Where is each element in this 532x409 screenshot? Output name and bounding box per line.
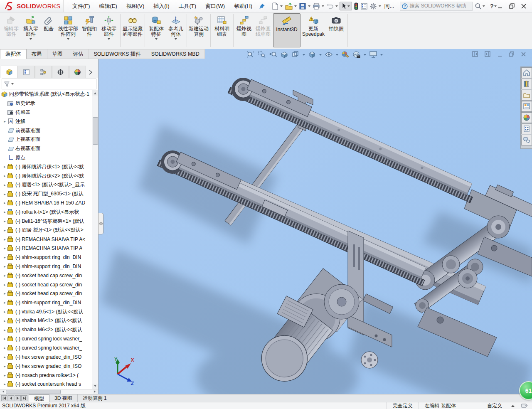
rebuild-button[interactable] (353, 2, 359, 11)
dropdown-caret-icon[interactable] (294, 5, 297, 8)
restore-document-icon[interactable] (509, 51, 515, 57)
command-tab[interactable]: 评估 (68, 49, 89, 59)
tree-item[interactable]: ▸ (-) nosach predna rolka<1> ( (0, 371, 92, 380)
pin-menu-icon[interactable] (259, 3, 265, 10)
tree-horizontal-scrollbar[interactable] (0, 389, 98, 394)
menu-item[interactable]: 工具(T) (174, 0, 201, 12)
help-menu[interactable]: ? (490, 2, 494, 10)
expand-arrow-icon[interactable]: ▸ (2, 210, 7, 214)
expand-arrow-icon[interactable]: ▸ (2, 273, 7, 278)
tree-item[interactable]: ▸ (-) 屠闲缆诉吕倮<2> (默认<<默 (0, 171, 92, 180)
panel-tabs-chevron-icon[interactable] (89, 69, 93, 75)
search-icon[interactable] (474, 2, 482, 10)
tree-item[interactable]: ▸ (-) 疫宋 死门型_6305<1> (默认 (0, 190, 92, 199)
configuration-manager-tab[interactable] (35, 66, 52, 78)
minimize-icon[interactable] (498, 4, 502, 9)
next-tab-button[interactable] (15, 395, 21, 401)
linear-component-pattern-button[interactable]: 线性零部件阵列 (57, 13, 80, 47)
expand-arrow-icon[interactable]: ▸ (2, 310, 7, 314)
expand-arrow-icon[interactable]: ▸ (2, 201, 7, 205)
dropdown-caret-icon[interactable] (155, 38, 158, 41)
expand-arrow-icon[interactable]: ▸ (2, 319, 7, 323)
dimxpert-manager-tab[interactable] (52, 66, 69, 78)
scroll-left-button[interactable] (0, 389, 5, 394)
assembly-3d-model[interactable] (99, 49, 532, 394)
exploded-view-button[interactable]: 爆炸视图 (235, 13, 253, 47)
expand-arrow-icon[interactable]: ▸ (2, 192, 7, 196)
tree-item[interactable]: ▸ (-) curved spring lock washer_ (0, 343, 92, 352)
tree-item[interactable]: ▸ (-) 屠闲缆诉吕倮<1> (默认<<默 (0, 162, 92, 171)
collapse-panel-right-icon[interactable] (485, 51, 491, 57)
close-icon[interactable] (521, 4, 526, 9)
menu-item[interactable]: 视图(V) (122, 0, 149, 12)
tree-item[interactable]: 传感器 (0, 108, 92, 117)
expand-arrow-icon[interactable]: ▸ (2, 337, 7, 341)
show-hidden-components-button[interactable]: 显示隐藏的零部件 (122, 13, 143, 47)
tree-item[interactable]: ▸ (-) 眉居 授牙<1> (默认<<默认> (0, 226, 92, 235)
tree-item[interactable]: ▸ (-) REMACHNA SHAIVA TIP A (0, 244, 92, 253)
solidworks-resources-tab[interactable] (521, 67, 532, 78)
menu-item[interactable]: 编辑(E) (95, 0, 122, 12)
property-manager-tab[interactable] (18, 66, 35, 78)
scroll-down-button[interactable] (92, 384, 98, 389)
expand-arrow-icon[interactable]: ▸ (2, 373, 7, 377)
tree-item[interactable]: ▸ (-) hex screw gradec_din_ISO (0, 352, 92, 362)
take-snapshot-button[interactable]: 拍快照 (326, 13, 346, 47)
tree-item[interactable]: ▸ (-) 眉居<1> (默认<<默认>_显示 (0, 180, 92, 190)
close-document-icon[interactable] (521, 52, 526, 57)
panel-splitter-handle[interactable] (99, 213, 103, 234)
apply-scene-icon[interactable] (352, 51, 361, 58)
insert-component-button[interactable]: 插入零部件 (21, 13, 41, 47)
new-document-button[interactable] (271, 2, 279, 11)
scroll-right-button[interactable] (93, 389, 98, 394)
dropdown-caret-icon[interactable] (483, 5, 485, 8)
expand-arrow-icon[interactable]: ▸ (2, 328, 7, 332)
options-list-button[interactable] (360, 2, 368, 11)
expand-arrow-icon[interactable]: ▸ (2, 346, 7, 350)
expand-arrow-icon[interactable]: ▸ (2, 219, 7, 223)
tree-item[interactable]: 历史记录 (0, 99, 92, 108)
zoom-to-area-icon[interactable] (258, 51, 266, 58)
expand-arrow-icon[interactable]: ▸ (2, 291, 7, 296)
solidworks-forum-tab[interactable] (521, 135, 532, 145)
tree-filter-field[interactable] (2, 79, 96, 89)
reference-geometry-button[interactable]: 参考几何体 (166, 13, 185, 47)
help-search-box[interactable]: 搜索 SOLIDWORKS 帮助 (400, 2, 472, 11)
menu-item[interactable]: 插入(I) (149, 0, 174, 12)
dropdown-caret-icon[interactable] (347, 5, 350, 8)
command-tab[interactable]: 草图 (47, 49, 68, 59)
new-motion-study-button[interactable]: 新建运动算例 (188, 13, 209, 47)
tree-item[interactable]: ▸ (-) Belt1-16^涛鸵榔磐<1> (默认 (0, 217, 92, 226)
last-tab-button[interactable] (21, 395, 27, 401)
expand-arrow-icon[interactable]: ▸ (2, 119, 7, 123)
expand-arrow-icon[interactable]: ▸ (2, 255, 7, 259)
customize-caret-icon[interactable] (511, 403, 515, 407)
tree-item[interactable]: ▸ (-) vtulka 49.5<1> (默认<<默认 (0, 307, 92, 316)
previous-view-icon[interactable] (269, 51, 277, 58)
tree-vertical-scrollbar[interactable] (92, 90, 98, 389)
display-style-icon[interactable] (308, 51, 316, 58)
study-tab[interactable]: 运动算例 1 (78, 394, 112, 402)
expand-arrow-icon[interactable]: ▸ (2, 228, 7, 232)
design-library-tab[interactable] (521, 79, 532, 89)
tree-item[interactable]: ▸ (-) shim-support ring_din_DIN (0, 298, 92, 307)
tree-item[interactable]: ▸ (-) shaiba M6<2> (默认<<默认 (0, 325, 92, 335)
collapse-panel-left-icon[interactable] (472, 51, 478, 57)
move-component-button[interactable]: 移动零部件 (99, 13, 119, 47)
zoom-fit-icon[interactable] (246, 51, 255, 58)
command-tab[interactable]: 装配体 (0, 49, 27, 59)
dropdown-caret-icon[interactable] (175, 38, 177, 41)
scrollbar-thumb[interactable] (93, 117, 98, 145)
update-speedpak-button[interactable]: 更新Speedpak (300, 13, 326, 47)
tree-item[interactable]: ▸ (-) socket head cap screw_din (0, 271, 92, 280)
tree-item[interactable]: 右视基准面 (0, 144, 92, 153)
dropdown-caret-icon[interactable] (336, 54, 338, 57)
tree-item[interactable]: ▸ (-) REM SHAIBA 16 H 150 ZAD (0, 199, 92, 208)
tree-item[interactable]: ▸ (-) rolka k-t<1> (默认<显示状 (0, 207, 92, 217)
view-orientation-icon[interactable] (291, 51, 300, 58)
study-tab[interactable]: 3D 视图 (49, 394, 78, 402)
scrollbar-thumb[interactable] (6, 390, 61, 394)
sync-truncated-label[interactable]: 同... (383, 0, 396, 12)
dropdown-caret-icon[interactable] (108, 38, 110, 41)
expand-arrow-icon[interactable]: ▸ (2, 165, 7, 169)
